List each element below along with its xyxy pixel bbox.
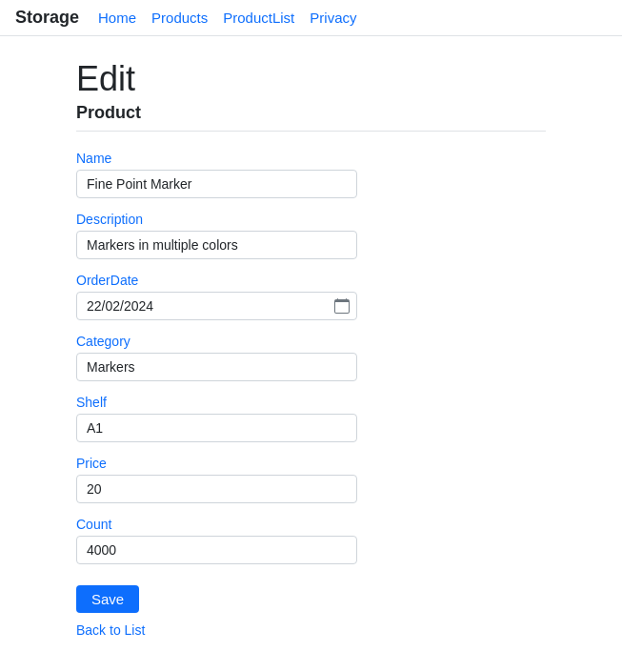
name-group: Name [76,151,546,198]
nav-link-products[interactable]: Products [151,10,208,26]
main-content: Edit Product Name Description OrderDate [0,36,622,661]
price-label: Price [76,456,546,471]
shelf-label: Shelf [76,395,546,410]
count-label: Count [76,517,546,532]
nav-link-home[interactable]: Home [98,10,136,26]
nav-link-productlist[interactable]: ProductList [223,10,294,26]
price-input[interactable] [76,475,357,503]
navbar: Storage Home Products ProductList Privac… [0,0,622,36]
count-input[interactable] [76,536,357,564]
category-label: Category [76,334,546,349]
price-group: Price [76,456,546,503]
category-input[interactable] [76,353,357,381]
calendar-icon[interactable] [334,298,350,314]
description-label: Description [76,212,546,227]
count-group: Count [76,517,546,564]
save-button[interactable]: Save [76,585,139,613]
description-group: Description [76,212,546,259]
shelf-group: Shelf [76,395,546,442]
orderdate-input[interactable] [76,292,357,320]
edit-product-form: Name Description OrderDate Category [76,151,546,638]
shelf-input[interactable] [76,414,357,442]
page-heading: Edit [76,59,546,99]
name-input[interactable] [76,170,357,198]
date-input-wrapper [76,292,357,320]
orderdate-label: OrderDate [76,273,546,288]
page-subheading: Product [76,103,546,123]
orderdate-group: OrderDate [76,273,546,320]
nav-link-privacy[interactable]: Privacy [310,10,356,26]
divider [76,131,546,132]
name-label: Name [76,151,546,166]
back-to-list-link[interactable]: Back to List [76,622,546,638]
category-group: Category [76,334,546,381]
nav-links: Home Products ProductList Privacy [98,10,356,26]
navbar-brand[interactable]: Storage [15,8,79,28]
description-input[interactable] [76,231,357,259]
